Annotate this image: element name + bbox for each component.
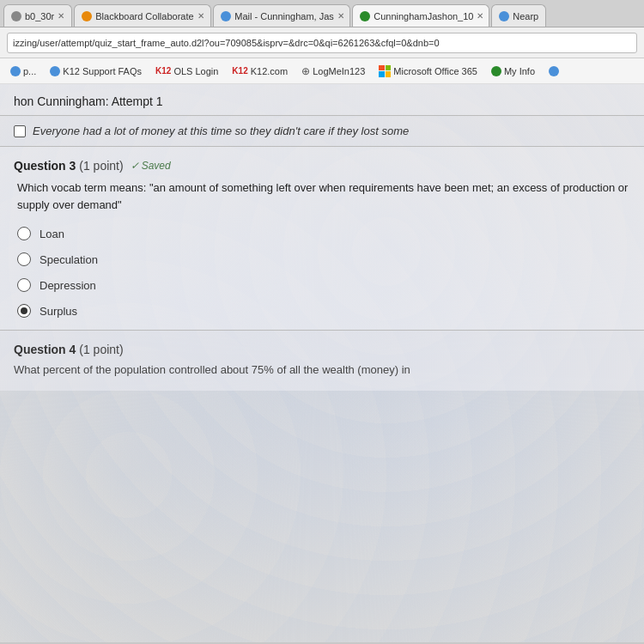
bookmark-k12-support[interactable]: K12 Support FAQs bbox=[46, 64, 145, 78]
bookmark-ms365[interactable]: Microsoft Office 365 bbox=[375, 64, 481, 79]
bookmark-ols-login[interactable]: K12 OLS Login bbox=[152, 64, 222, 78]
option-speculation[interactable]: Speculation bbox=[17, 252, 630, 266]
option-loan[interactable]: Loan bbox=[17, 227, 630, 240]
tab-icon-b0 bbox=[11, 11, 21, 21]
saved-badge: ✓ Saved bbox=[131, 160, 171, 172]
bookmark-p[interactable]: p... bbox=[7, 64, 39, 78]
bookmark-icon-k12-support bbox=[50, 66, 60, 76]
tab-cunningham[interactable]: CunninghamJashon_10 ✕ bbox=[352, 4, 489, 27]
tab-close-cunningham[interactable]: ✕ bbox=[477, 11, 483, 21]
tab-blackboard[interactable]: Blackboard Collaborate ✕ bbox=[74, 4, 211, 27]
quiz-header: hon Cunningham: Attempt 1 bbox=[0, 84, 644, 116]
question4-num: Question 4 bbox=[14, 343, 76, 356]
option-surplus[interactable]: Surplus bbox=[17, 304, 630, 318]
question4-label: Question 4 (1 point) bbox=[14, 343, 630, 356]
radio-depression[interactable] bbox=[17, 278, 31, 292]
question4-block: Question 4 (1 point) What percent of the… bbox=[0, 330, 644, 391]
address-bar bbox=[0, 27, 644, 58]
radio-surplus[interactable] bbox=[17, 304, 31, 318]
tab-mail[interactable]: Mail - Cunningham, Jas ✕ bbox=[213, 4, 350, 27]
prev-answer-option: Everyone had a lot of money at this time… bbox=[14, 125, 630, 137]
page-content: hon Cunningham: Attempt 1 Everyone had a… bbox=[0, 84, 644, 642]
question3-label: Question 3 (1 point) ✓ Saved bbox=[14, 159, 630, 173]
bookmark-extra[interactable] bbox=[545, 64, 562, 78]
address-input[interactable] bbox=[7, 33, 637, 53]
answer-options: Loan Speculation Depression Surplus bbox=[14, 227, 630, 318]
radio-dot-surplus bbox=[21, 307, 27, 314]
tab-icon-nearp bbox=[499, 11, 509, 21]
bookmark-icon-ms365 bbox=[379, 65, 391, 77]
prev-question-snippet: Everyone had a lot of money at this time… bbox=[0, 116, 644, 147]
radio-loan[interactable] bbox=[17, 227, 31, 240]
bookmark-myinfo[interactable]: My Info bbox=[488, 64, 538, 78]
bookmark-icon-extra bbox=[549, 66, 559, 76]
question3-text: Which vocab term means: "an amount of so… bbox=[14, 179, 630, 213]
question4-text: What percent of the population controlle… bbox=[14, 361, 630, 379]
tab-icon-cunningham bbox=[360, 11, 370, 21]
tab-b0[interactable]: b0_30r ✕ bbox=[3, 4, 72, 27]
checkmark-icon: ✓ bbox=[131, 160, 139, 172]
bookmark-k12com[interactable]: K12 K12.com bbox=[228, 64, 291, 78]
tab-close-blackboard[interactable]: ✕ bbox=[197, 11, 204, 21]
question3-num: Question 3 bbox=[14, 159, 76, 173]
option-depression[interactable]: Depression bbox=[17, 278, 630, 292]
question3-points: (1 point) bbox=[79, 159, 123, 173]
question3-block: Question 3 (1 point) ✓ Saved Which vocab… bbox=[0, 147, 644, 330]
bookmark-icon-p bbox=[10, 66, 21, 76]
question4-points: (1 point) bbox=[79, 343, 123, 356]
tab-icon-blackboard bbox=[82, 11, 92, 21]
checkbox-icon bbox=[14, 125, 26, 137]
tab-icon-mail bbox=[221, 11, 231, 21]
bookmarks-bar: p... K12 Support FAQs K12 OLS Login K12 … bbox=[0, 58, 644, 84]
tab-nearp[interactable]: Nearp bbox=[491, 4, 546, 27]
bookmark-icon-myinfo bbox=[491, 66, 501, 76]
radio-speculation[interactable] bbox=[17, 252, 31, 266]
browser-tabs: b0_30r ✕ Blackboard Collaborate ✕ Mail -… bbox=[0, 0, 644, 27]
question3-title: Question 3 (1 point) bbox=[14, 159, 124, 173]
tab-close-b0[interactable]: ✕ bbox=[58, 11, 64, 21]
tab-close-mail[interactable]: ✕ bbox=[337, 11, 344, 21]
quiz-title: hon Cunningham: Attempt 1 bbox=[14, 94, 630, 108]
bookmark-logmein[interactable]: ⊕ LogMeIn123 bbox=[298, 64, 368, 79]
